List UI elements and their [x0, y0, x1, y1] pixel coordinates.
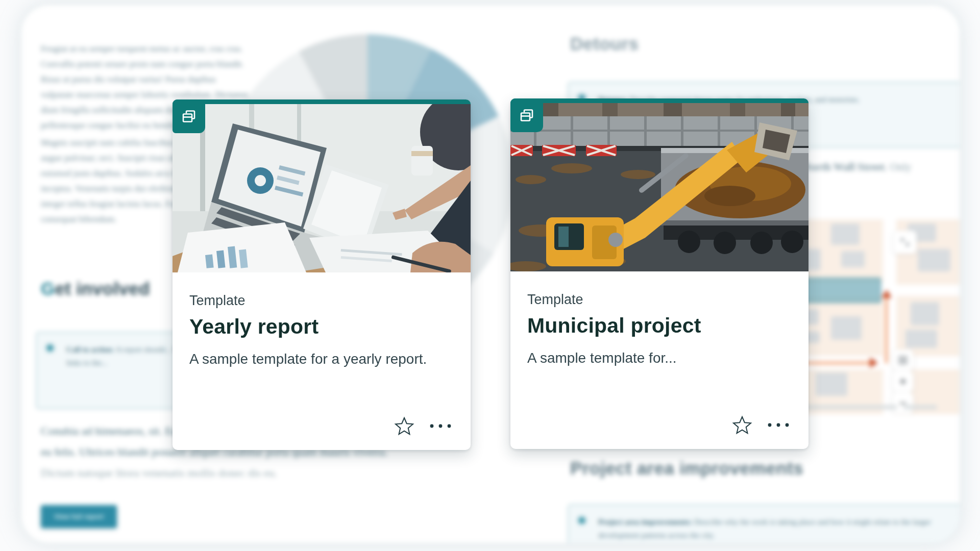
report-page: Feugiat at eu semper torquent metus ac a… — [20, 4, 961, 544]
detours-heading: Detours — [570, 34, 639, 54]
card-description: A sample template for a yearly report. — [189, 351, 452, 367]
bullet-icon — [579, 517, 585, 523]
card-title: Yearly report — [189, 315, 452, 339]
card-label: Template — [189, 293, 452, 309]
map-home-button — [892, 349, 914, 371]
ellipsis-icon — [429, 423, 452, 429]
map-zoom-out-button: − — [892, 392, 914, 414]
more-options-button[interactable] — [429, 423, 452, 429]
card-accent-bar — [510, 98, 808, 103]
route-arrow-icon — [870, 358, 878, 368]
map-zoom-in-button: + — [892, 371, 914, 392]
template-copy-icon — [510, 98, 543, 132]
bullet-icon — [47, 345, 53, 351]
card-thumbnail-construction-photo — [510, 103, 808, 271]
more-options-button[interactable] — [767, 422, 790, 428]
street-text-fragment: North Wall Street. Only — [803, 161, 912, 173]
get-involved-heading: Get involved — [41, 279, 150, 299]
template-card-municipal-project[interactable]: Template Municipal project A sample temp… — [510, 98, 808, 449]
card-thumbnail-office-photo — [173, 104, 471, 272]
map-layers-button — [893, 231, 917, 254]
map-street — [896, 285, 961, 296]
favorite-star-button[interactable] — [394, 416, 414, 436]
project-area-heading: Project area improvements — [570, 458, 803, 479]
ellipsis-icon — [767, 422, 790, 428]
card-title: Municipal project — [527, 314, 790, 338]
route-arrow-icon — [881, 290, 892, 298]
map-attribution — [903, 405, 937, 409]
card-label: Template — [527, 292, 790, 308]
view-full-report-button: View full report — [41, 505, 117, 528]
project-area-callout: Project area improvements: Describe why … — [568, 504, 961, 544]
template-copy-icon — [173, 99, 205, 133]
star-outline-icon — [394, 416, 414, 436]
map-detour-route — [885, 297, 888, 363]
star-outline-icon — [732, 415, 752, 435]
card-accent-bar — [173, 99, 471, 104]
card-description: A sample template for... — [527, 350, 790, 366]
blurred-background: Feugiat at eu semper torquent metus ac a… — [0, 0, 980, 551]
template-card-yearly-report[interactable]: Template Yearly report A sample template… — [173, 99, 471, 450]
favorite-star-button[interactable] — [732, 415, 752, 435]
